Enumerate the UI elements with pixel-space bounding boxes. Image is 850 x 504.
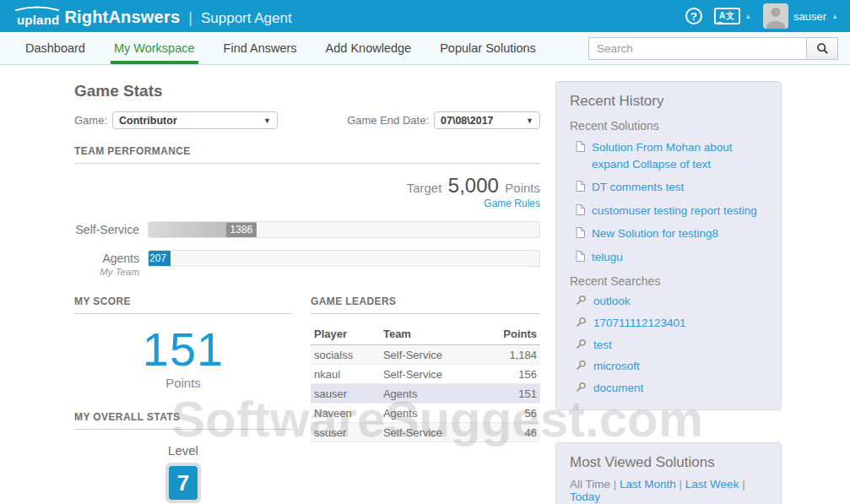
target-unit: Points <box>505 181 540 195</box>
bar-track: 1386 <box>148 221 540 238</box>
chevron-down-icon: ▼ <box>526 117 533 125</box>
leader-team: Agents <box>380 384 479 404</box>
side-item: 170711112123401 <box>570 315 767 332</box>
my-score-value: 151 <box>74 326 292 373</box>
my-score-unit: Points <box>74 376 292 390</box>
document-icon <box>576 181 585 192</box>
brand-logo[interactable]: upland RightAnswers | Support Agent <box>17 6 292 27</box>
leaders-header-row: PlayerTeamPoints <box>311 325 540 345</box>
sidebar: Recent History Recent Solutions Solution… <box>555 81 782 504</box>
side-item: outlook <box>570 293 767 310</box>
help-icon[interactable]: ? <box>685 8 702 24</box>
recent-history-panel: Recent History Recent Solutions Solution… <box>555 81 782 410</box>
nav-item-dashboard[interactable]: Dashboard <box>25 32 85 64</box>
search-input[interactable] <box>588 37 806 60</box>
leader-points: 56 <box>479 404 540 423</box>
side-link-telugu[interactable]: telugu <box>592 249 623 266</box>
leader-points: 1,184 <box>479 345 540 365</box>
search-icon <box>576 339 587 350</box>
leader-team: Agents <box>380 404 479 423</box>
nav-items: DashboardMy WorkspaceFind AnswersAdd Kno… <box>25 32 536 64</box>
game-rules-link[interactable]: Game Rules <box>74 198 540 210</box>
side-link-document[interactable]: document <box>593 380 643 397</box>
brand-upland: upland <box>17 6 59 27</box>
most-viewed-filters: All Time | Last Month | Last Week | Toda… <box>570 478 767 503</box>
game-select[interactable]: Contributor ▼ <box>112 111 278 129</box>
chevron-down-icon: ▼ <box>263 117 271 125</box>
leader-player: socialss <box>311 345 380 365</box>
leader-player: ssuser <box>311 423 380 442</box>
side-item: New Solution for testing8 <box>570 225 767 242</box>
leaders-col-points: Points <box>479 325 540 345</box>
side-item: document <box>570 380 767 397</box>
filter-today[interactable]: Today <box>570 490 600 503</box>
side-link-microsoft[interactable]: microsoft <box>593 358 640 375</box>
upland-swoosh-icon <box>15 6 59 12</box>
nav-item-popular-solutions[interactable]: Popular Solutions <box>440 32 536 64</box>
leader-row-socialss: socialssSelf-Service1,184 <box>311 345 540 365</box>
search-icon <box>576 295 587 306</box>
document-icon <box>576 141 585 152</box>
team-performance-header: TEAM PERFORMANCE <box>74 145 540 164</box>
page-title: Game Stats <box>74 82 540 100</box>
leaders-col-player: Player <box>311 325 380 345</box>
side-link-170711112123401[interactable]: 170711112123401 <box>593 315 686 332</box>
nav-item-add-knowledge[interactable]: Add Knowledge <box>326 32 412 64</box>
leader-row-sauser: sauserAgents151 <box>311 384 540 404</box>
nav-item-find-answers[interactable]: Find Answers <box>224 32 297 64</box>
recent-solutions-list: Solution From Mohan about expand Collaps… <box>570 139 767 265</box>
leader-row-ssuser: ssuserSelf-Service46 <box>311 423 540 442</box>
my-score-header: MY SCORE <box>74 295 292 314</box>
filter-last-week[interactable]: Last Week <box>685 478 739 490</box>
username: sauser <box>793 10 826 23</box>
end-date-value: 07\08\2017 <box>441 115 494 127</box>
filter-last-month[interactable]: Last Month <box>620 478 676 490</box>
search-icon <box>576 360 587 371</box>
side-link-solution-from-mohan-about-expa[interactable]: Solution From Mohan about expand Collaps… <box>592 139 767 172</box>
leader-player: sauser <box>311 384 380 404</box>
search-icon <box>576 382 587 393</box>
bar-fill: 1386 <box>149 222 257 237</box>
recent-solutions-header: Recent Solutions <box>570 119 767 133</box>
recent-searches-header: Recent Searches <box>570 274 767 288</box>
leader-points: 46 <box>479 423 540 442</box>
side-link-dt-comments-test[interactable]: DT comments test <box>592 179 684 196</box>
most-viewed-panel: Most Viewed Solutions All Time | Last Mo… <box>555 442 782 504</box>
filter-all-time[interactable]: All Time <box>570 478 610 490</box>
game-leaders-header: GAME LEADERS <box>311 295 540 314</box>
end-date-select[interactable]: 07\08\2017 ▼ <box>434 111 540 129</box>
filter-separator: | <box>676 478 685 490</box>
leaders-col-team: Team <box>380 325 479 345</box>
nav-item-my-workspace[interactable]: My Workspace <box>114 32 195 64</box>
side-link-customuser-testing-report-test[interactable]: customuser testing report testing <box>592 203 757 219</box>
filter-separator: | <box>610 478 620 490</box>
side-link-outlook[interactable]: outlook <box>593 293 631 310</box>
search-button[interactable] <box>806 37 838 60</box>
filter-separator: | <box>739 478 744 490</box>
document-icon <box>576 204 585 215</box>
side-item: telugu <box>570 249 767 266</box>
bar-label: Self-Service <box>74 221 139 238</box>
team-bars: Self-Service1386AgentsMy Team207 <box>74 221 540 277</box>
target-label: Target <box>407 181 442 195</box>
document-icon <box>576 227 585 238</box>
language-menu[interactable]: A文 ▲ <box>714 8 751 24</box>
end-date-label: Game End Date: <box>347 114 429 127</box>
top-bar: upland RightAnswers | Support Agent ? A文… <box>0 0 850 32</box>
bar-sublabel: My Team <box>74 267 139 277</box>
brand-divider: | <box>188 9 192 27</box>
side-link-test[interactable]: test <box>593 337 612 354</box>
leader-points: 151 <box>479 384 540 404</box>
leader-row-nkaul: nkaulSelf-Service156 <box>311 365 540 384</box>
team-bar-agents: AgentsMy Team207 <box>74 250 540 277</box>
side-link-new-solution-for-testing8[interactable]: New Solution for testing8 <box>592 225 718 242</box>
side-item: microsoft <box>570 358 767 375</box>
search-icon <box>576 317 587 328</box>
brand-product: RightAnswers <box>64 8 180 27</box>
user-menu[interactable]: sauser ▲ <box>763 3 838 29</box>
target-block: Target 5,000 Points Game Rules <box>74 174 540 209</box>
translate-icon: A文 <box>714 8 740 24</box>
bar-label: AgentsMy Team <box>74 250 139 277</box>
side-item: test <box>570 337 767 354</box>
bar-track: 207 <box>148 250 540 267</box>
